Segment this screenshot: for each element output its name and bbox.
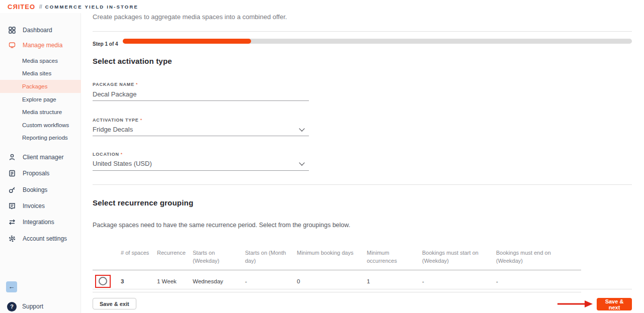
step-indicator: Step 1 of 4 bbox=[93, 41, 118, 47]
person-icon bbox=[8, 153, 16, 161]
column-header: Bookings must end on (Weekday) bbox=[496, 249, 581, 266]
support-link[interactable]: ? Support bbox=[0, 300, 81, 313]
column-header: # of spaces bbox=[121, 249, 157, 266]
key-icon bbox=[8, 186, 16, 194]
collapse-sidebar-button[interactable]: ← bbox=[6, 281, 17, 292]
activation-type-field-group: ACTIVATION TYPE* bbox=[93, 115, 309, 124]
sidebar-item-manage-media[interactable]: Manage media bbox=[0, 39, 81, 52]
cell-min-occurrences: 1 bbox=[367, 278, 422, 284]
cell-num-spaces: 3 bbox=[121, 278, 157, 284]
column-header: Recurrence bbox=[157, 249, 193, 266]
required-asterisk: * bbox=[136, 82, 138, 87]
sidebar-item-label: Invoices bbox=[23, 202, 45, 210]
product-title: COMMERCE YIELD IN-STORE bbox=[45, 4, 138, 10]
annotation-arrow bbox=[557, 300, 594, 308]
grouping-radio-button[interactable] bbox=[99, 277, 107, 285]
chevron-down-icon[interactable] bbox=[299, 160, 304, 165]
required-asterisk: * bbox=[140, 118, 142, 123]
sidebar-item-integrations[interactable]: Integrations bbox=[0, 216, 81, 229]
cell-starts-on-monthday: - bbox=[245, 278, 297, 284]
sidebar-item-reporting-periods[interactable]: Reporting periods bbox=[0, 131, 81, 144]
required-asterisk: * bbox=[121, 152, 123, 157]
activation-type-select[interactable]: Fridge Decals bbox=[93, 126, 133, 133]
progress-bar-fill bbox=[123, 39, 251, 44]
divider bbox=[93, 289, 632, 289]
package-name-field-group: PACKAGE NAME* bbox=[93, 79, 309, 88]
sidebar-item-account-settings[interactable]: Account settings bbox=[0, 232, 81, 245]
cell-min-booking-days: 0 bbox=[297, 278, 367, 284]
location-field-group: LOCATION* bbox=[93, 149, 309, 158]
sidebar-item-label: Manage media bbox=[23, 42, 62, 49]
sidebar-subitem-label: Custom workflows bbox=[22, 122, 69, 128]
activation-type-label: ACTIVATION TYPE bbox=[93, 118, 139, 123]
sidebar-item-packages[interactable]: Packages bbox=[0, 80, 81, 93]
package-name-label: PACKAGE NAME bbox=[93, 82, 134, 87]
sidebar-subitem-label: Reporting periods bbox=[22, 135, 68, 141]
sidebar-nav: Dashboard Manage media Media spaces Medi… bbox=[0, 13, 81, 313]
sidebar-item-explore-page[interactable]: Explore page bbox=[0, 93, 81, 106]
sidebar-subitem-label: Media spaces bbox=[22, 58, 58, 64]
sidebar-item-media-structure[interactable]: Media structure bbox=[0, 106, 81, 119]
chevron-down-icon[interactable] bbox=[299, 126, 304, 131]
sidebar-item-dashboard[interactable]: Dashboard bbox=[0, 24, 81, 37]
sidebar-item-custom-workflows[interactable]: Custom workflows bbox=[0, 119, 81, 132]
sidebar-item-label: Proposals bbox=[23, 170, 49, 177]
column-header-radio bbox=[93, 249, 121, 266]
input-underline bbox=[93, 136, 309, 136]
section-title-recurrence: Select recurrence grouping bbox=[93, 198, 193, 207]
help-question-icon: ? bbox=[7, 302, 17, 311]
monitor-icon bbox=[8, 41, 16, 49]
clipboard-icon bbox=[8, 169, 16, 177]
sidebar-subitem-label: Media structure bbox=[22, 109, 62, 115]
section-title-activation: Select activation type bbox=[93, 57, 172, 65]
gear-icon bbox=[8, 235, 16, 243]
column-header: Minimum occurrences bbox=[367, 249, 422, 266]
column-header: Starts on (Weekday) bbox=[193, 249, 245, 266]
sidebar-item-client-manager[interactable]: Client manager bbox=[0, 151, 81, 164]
cell-must-start-weekday: - bbox=[422, 278, 496, 284]
input-underline bbox=[93, 170, 309, 171]
invoice-icon bbox=[8, 202, 16, 210]
criteo-logo: CЯITEO bbox=[8, 3, 35, 11]
cell-recurrence: 1 Week bbox=[157, 278, 193, 284]
annotation-highlight-box bbox=[95, 275, 111, 288]
sidebar-item-label: Integrations bbox=[23, 219, 54, 226]
save-exit-button[interactable]: Save & exit bbox=[93, 298, 136, 309]
sidebar-item-invoices[interactable]: Invoices bbox=[0, 199, 81, 213]
recurrence-description: Package spaces need to have the same rec… bbox=[93, 222, 350, 229]
sidebar-subitem-label: Media sites bbox=[22, 70, 51, 76]
table-header-row: # of spaces Recurrence Starts on (Weekda… bbox=[93, 249, 581, 270]
page-description: Create packages to aggregate media space… bbox=[93, 13, 287, 21]
location-select[interactable]: United States (USD) bbox=[93, 160, 152, 167]
divider bbox=[93, 184, 632, 185]
sidebar-item-media-spaces[interactable]: Media spaces bbox=[0, 54, 81, 67]
cell-starts-on-weekday: Wednesday bbox=[193, 278, 245, 284]
support-label: Support bbox=[22, 303, 43, 310]
sidebar-item-media-sites[interactable]: Media sites bbox=[0, 67, 81, 80]
recurrence-table: # of spaces Recurrence Starts on (Weekda… bbox=[93, 249, 581, 292]
sidebar-item-label: Dashboard bbox=[23, 27, 52, 34]
column-header: Bookings must start on (Weekday) bbox=[422, 249, 496, 266]
package-name-input[interactable]: Decal Package bbox=[93, 90, 136, 98]
sync-arrows-icon bbox=[8, 218, 16, 226]
sidebar-item-bookings[interactable]: Bookings bbox=[0, 183, 81, 196]
save-next-button[interactable]: Save & next bbox=[597, 298, 632, 310]
cell-must-end-weekday: - bbox=[496, 278, 581, 284]
column-header: Minimum booking days bbox=[297, 249, 367, 266]
sidebar-item-label: Account settings bbox=[23, 235, 67, 242]
dashboard-grid-icon bbox=[8, 26, 16, 34]
progress-bar-track bbox=[123, 39, 632, 44]
sidebar-subitem-label: Explore page bbox=[22, 96, 56, 102]
divider bbox=[93, 31, 632, 32]
sidebar-item-proposals[interactable]: Proposals bbox=[0, 167, 81, 180]
input-underline bbox=[93, 100, 309, 101]
sidebar-subitem-label: Packages bbox=[22, 83, 48, 89]
top-app-bar: CЯITEO // COMMERCE YIELD IN-STORE bbox=[0, 0, 644, 13]
logo-separator: // bbox=[39, 4, 42, 10]
location-label: LOCATION bbox=[93, 152, 119, 157]
sidebar-item-label: Client manager bbox=[23, 154, 63, 161]
sidebar-item-label: Bookings bbox=[23, 186, 47, 193]
column-header: Starts on (Month day) bbox=[245, 249, 297, 266]
main-content: Create packages to aggregate media space… bbox=[93, 13, 632, 313]
